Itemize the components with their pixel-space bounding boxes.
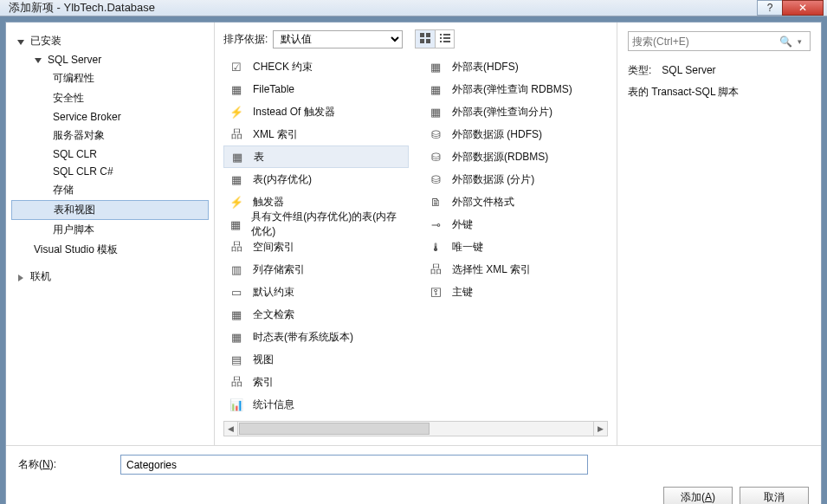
search-box[interactable]: 🔍 ▾ — [628, 31, 811, 51]
caret-right-icon — [16, 273, 25, 281]
scroll-right-icon[interactable]: ▶ — [593, 422, 607, 436]
caret-down-icon — [34, 55, 42, 64]
view-toggle — [415, 29, 455, 48]
tree-user-scripts[interactable]: 用户脚本 — [11, 220, 209, 240]
button-row: 添加(A) 取消 — [18, 487, 809, 504]
type-line: 类型: SQL Server — [628, 63, 811, 78]
tree-service-broker[interactable]: Service Broker — [11, 108, 209, 126]
dialog-frame: 已安装 SQL Server 可编程性 安全性 Service Broker 服… — [5, 22, 822, 504]
view-icon: ▤ — [229, 353, 244, 366]
list-icon — [440, 33, 450, 46]
sort-label: 排序依据: — [223, 32, 268, 47]
item-stats[interactable]: 📊统计信息 — [223, 393, 409, 416]
caret-down-icon — [16, 37, 25, 46]
name-row: 名称(N): — [18, 455, 809, 475]
grid-icon — [420, 33, 430, 46]
close-button[interactable]: ✕ — [782, 0, 824, 16]
trigger-icon: ⚡ — [229, 106, 244, 119]
info-panel: 🔍 ▾ 类型: SQL Server 表的 Transact-SQL 脚本 — [617, 23, 821, 445]
svg-rect-0 — [420, 33, 424, 37]
item-check[interactable]: ☑CHECK 约束 — [223, 55, 409, 78]
external-table-icon: ▦ — [428, 83, 443, 96]
horizontal-scrollbar[interactable]: ◀ ▶ — [223, 421, 608, 436]
template-list: ☑CHECK 约束 ▦FileTable ⚡Instead Of 触发器 品XM… — [215, 55, 617, 416]
index-icon: 品 — [229, 126, 244, 142]
desc-line: 表的 Transact-SQL 脚本 — [628, 85, 811, 100]
item-view[interactable]: ▤视图 — [223, 348, 409, 371]
scroll-left-icon[interactable]: ◀ — [224, 422, 238, 436]
view-list-button[interactable] — [435, 30, 454, 48]
sort-dropdown[interactable]: 默认值 — [273, 30, 403, 48]
bottom-panel: 名称(N): 添加(A) 取消 — [6, 445, 821, 504]
titlebar: 添加新项 - YlbTech.Database ? ✕ — [0, 0, 827, 16]
item-selxml[interactable]: 品选择性 XML 索引 — [423, 258, 608, 281]
item-fileformat[interactable]: 🗎外部文件格式 — [423, 191, 608, 213]
dropdown-icon[interactable]: ▾ — [792, 37, 806, 46]
table-icon: ▦ — [229, 83, 244, 96]
datasource-icon: ⛁ — [428, 151, 443, 164]
item-ds-shard[interactable]: ⛁外部数据源 (分片) — [423, 168, 608, 191]
name-input[interactable] — [120, 455, 588, 475]
svg-rect-2 — [420, 39, 424, 43]
item-ext-hdfs[interactable]: ▦外部表(HDFS) — [423, 55, 608, 78]
datasource-icon: ⛁ — [428, 173, 443, 186]
search-icon: 🔍 — [779, 36, 792, 48]
tree-security[interactable]: 安全性 — [11, 88, 209, 108]
item-pk[interactable]: ⚿主键 — [423, 281, 608, 303]
item-fulltext[interactable]: ▦全文检索 — [223, 303, 409, 326]
unique-icon: 🌡 — [428, 241, 443, 254]
name-label: 名称(N): — [18, 457, 112, 472]
item-insteadof[interactable]: ⚡Instead Of 触发器 — [223, 100, 409, 123]
svg-rect-1 — [426, 33, 430, 37]
tree-storage[interactable]: 存储 — [11, 180, 209, 200]
tree-installed[interactable]: 已安装 — [11, 31, 209, 51]
item-ext-rdbms[interactable]: ▦外部表(弹性查询 RDBMS) — [423, 78, 608, 100]
item-ds-hdfs[interactable]: ⛁外部数据源 (HDFS) — [423, 123, 608, 145]
cancel-button[interactable]: 取消 — [740, 487, 809, 504]
search-input[interactable] — [632, 36, 779, 48]
item-index[interactable]: 品索引 — [223, 371, 409, 393]
view-grid-button[interactable] — [416, 30, 435, 48]
trigger-icon: ⚡ — [229, 196, 244, 209]
table-icon: ▦ — [229, 331, 244, 344]
window-title: 添加新项 - YlbTech.Database — [9, 0, 758, 16]
item-temporal[interactable]: ▦时态表(带有系统版本) — [223, 326, 409, 348]
tree-vs-templates[interactable]: Visual Studio 模板 — [11, 240, 209, 260]
tree-sql-clr-cs[interactable]: SQL CLR C# — [11, 163, 209, 180]
external-table-icon: ▦ — [428, 106, 443, 119]
svg-rect-3 — [426, 39, 430, 43]
item-colstore[interactable]: ▥列存储索引 — [223, 258, 409, 281]
svg-rect-8 — [440, 41, 442, 42]
item-table[interactable]: ▦表 — [223, 145, 409, 168]
key-icon: ⚿ — [428, 286, 443, 299]
add-button[interactable]: 添加(A) — [663, 487, 733, 504]
item-default[interactable]: ▭默认约束 — [223, 281, 409, 303]
item-filegroup-mem[interactable]: ▦具有文件组(内存优化)的表(内存优化) — [223, 213, 409, 236]
tree-sql-clr[interactable]: SQL CLR — [11, 145, 209, 163]
tree-sqlserver[interactable]: SQL Server — [11, 51, 209, 68]
item-ds-rdbms[interactable]: ⛁外部数据源(RDBMS) — [423, 145, 608, 168]
svg-rect-5 — [443, 34, 450, 36]
scroll-thumb[interactable] — [239, 423, 430, 435]
datasource-icon: ⛁ — [428, 128, 443, 141]
item-filetable[interactable]: ▦FileTable — [223, 78, 409, 100]
table-icon: ▦ — [229, 218, 242, 231]
tree-online[interactable]: 联机 — [11, 267, 209, 287]
tree-server-objects[interactable]: 服务器对象 — [11, 126, 209, 145]
category-tree: 已安装 SQL Server 可编程性 安全性 Service Broker 服… — [6, 23, 214, 445]
help-button[interactable]: ? — [757, 0, 783, 16]
table-icon: ▦ — [229, 173, 244, 186]
search-icon: ▦ — [229, 308, 244, 321]
item-table-mem[interactable]: ▦表(内存优化) — [223, 168, 409, 191]
item-fk[interactable]: ⊸外键 — [423, 213, 608, 236]
index-icon: 品 — [229, 239, 244, 255]
tree-tables-views[interactable]: 表和视图 — [11, 200, 209, 220]
svg-rect-7 — [443, 37, 450, 39]
tree-programmability[interactable]: 可编程性 — [11, 68, 209, 88]
item-ext-shard[interactable]: ▦外部表(弹性查询分片) — [423, 100, 608, 123]
item-xmlidx[interactable]: 品XML 索引 — [223, 123, 409, 145]
column-icon: ▥ — [229, 263, 244, 276]
item-unique[interactable]: 🌡唯一键 — [423, 236, 608, 258]
constraint-icon: ▭ — [229, 286, 244, 299]
window-buttons: ? ✕ — [758, 0, 824, 16]
